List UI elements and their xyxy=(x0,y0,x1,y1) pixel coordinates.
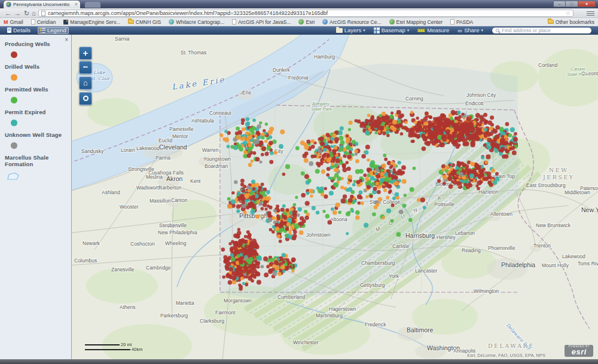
title-bar: Pennsylvania Unconventio × – □ × xyxy=(0,0,598,8)
search-input[interactable] xyxy=(502,27,588,33)
bookmark-item[interactable]: Ceridian xyxy=(31,19,56,25)
zoom-out-button[interactable]: − xyxy=(79,61,92,74)
forward-icon[interactable]: → xyxy=(14,9,21,17)
minimize-button[interactable]: – xyxy=(553,1,566,7)
bookmarks-list: MGmailCeridianManageEngine Serv...CMNH G… xyxy=(4,19,481,25)
back-icon[interactable]: ← xyxy=(5,9,11,17)
legend-section-title: Permitted Wells xyxy=(5,86,71,93)
window-bottom-edge xyxy=(0,359,598,364)
panel-close-icon[interactable]: × xyxy=(65,37,68,43)
bookmark-item[interactable]: Esri xyxy=(298,19,315,25)
app-icon xyxy=(63,20,68,25)
browser-window: Pennsylvania Unconventio × – □ × ← → ↻ ⌂… xyxy=(0,0,598,364)
measure-label: Measure xyxy=(427,27,449,33)
bookmark-item[interactable]: CMNH GIS xyxy=(128,19,161,25)
basemap-label: Basemap xyxy=(382,27,405,33)
gmail-icon: M xyxy=(4,19,8,25)
basemap-button[interactable]: Basemap ▾ xyxy=(374,27,410,33)
bookmark-item[interactable]: ArcGIS Resource Ce... xyxy=(322,19,381,25)
bookmark-item[interactable]: ManageEngine Serv... xyxy=(63,19,120,25)
legend-swatch-dot xyxy=(11,74,17,81)
bookmark-label: Esri xyxy=(306,19,315,25)
bookmark-label: ArcGIS Resource Ce... xyxy=(329,19,381,25)
legend-section-title: Marcellus Shale Formation xyxy=(5,154,71,167)
locate-button[interactable] xyxy=(79,92,92,105)
legend-section: Permitted Wells xyxy=(0,86,71,103)
tab-close-icon[interactable]: × xyxy=(75,2,78,7)
new-tab-button[interactable] xyxy=(85,2,100,8)
map-viewport[interactable]: Lake ErieLakeSt. ClairDelaware BaySarnia… xyxy=(72,35,598,359)
legend-section: Producing Wells xyxy=(0,41,71,58)
bookmark-item[interactable]: MGmail xyxy=(4,19,23,25)
close-button[interactable]: × xyxy=(578,1,596,7)
tab-title: Pennsylvania Unconventio xyxy=(13,2,73,7)
bookmark-label: CMNH GIS xyxy=(136,19,161,25)
share-button[interactable]: ∞ Share ▾ xyxy=(457,27,483,33)
map-attribution: Esri, DeLorme, FAO, USGS, EPA, NPS xyxy=(467,353,545,358)
bookmark-label: Gmail xyxy=(10,19,23,25)
search-box[interactable] xyxy=(492,27,592,34)
layers-button[interactable]: Layers ▾ xyxy=(336,27,365,33)
zoom-in-button[interactable]: + xyxy=(79,47,92,60)
scale-bar-mi xyxy=(85,344,120,345)
page-icon xyxy=(41,11,45,16)
legend-swatch-dot xyxy=(11,120,17,126)
home-extent-button[interactable]: ⌂ xyxy=(79,77,92,90)
address-bar[interactable]: carnegiemnh.maps.arcgis.com/apps/OnePane… xyxy=(38,10,573,17)
share-icon: ∞ xyxy=(457,27,462,33)
other-bookmarks-button[interactable]: Other bookmarks xyxy=(548,19,594,25)
wells-layer[interactable] xyxy=(72,35,598,359)
chevron-down-icon: ▾ xyxy=(407,28,410,33)
basemap-icon xyxy=(374,27,380,33)
bookmark-item[interactable]: PASDA xyxy=(450,19,473,25)
page-icon xyxy=(31,19,35,25)
chevron-down-icon: ▾ xyxy=(481,28,483,33)
legend-section: Permit Expired xyxy=(0,109,71,126)
app-toolbar: Details Legend Layers ▾ Basemap ▾ Measur… xyxy=(0,26,598,35)
bookmark-label: Ceridian xyxy=(37,19,56,25)
details-button[interactable]: Details xyxy=(5,27,33,34)
scale-bar: 20 mi 40km xyxy=(85,342,142,352)
tab-favicon-icon xyxy=(6,2,11,7)
bookmark-label: Whitacre Cartograp... xyxy=(176,19,224,25)
maximize-button[interactable]: □ xyxy=(566,1,578,7)
bookmarks-bar: MGmailCeridianManageEngine Serv...CMNH G… xyxy=(0,18,598,26)
browser-tab[interactable]: Pennsylvania Unconventio × xyxy=(4,1,80,8)
bookmark-label: ArcGIS API for JavaS... xyxy=(238,19,291,25)
legend-swatch-dot xyxy=(11,97,17,103)
bookmark-label: PASDA xyxy=(456,19,473,25)
scale-bar-km xyxy=(85,349,130,350)
folder-icon xyxy=(128,20,134,24)
other-bookmarks-label: Other bookmarks xyxy=(556,19,594,25)
globe-t-icon xyxy=(169,19,174,25)
legend-section: Drilled Wells xyxy=(0,63,71,81)
home-icon[interactable]: ⌂ xyxy=(32,9,36,17)
layers-label: Layers xyxy=(344,27,362,33)
folder-icon xyxy=(548,20,554,24)
legend-panel: × Producing WellsDrilled WellsPermitted … xyxy=(0,35,72,359)
legend-label: Legend xyxy=(47,27,66,33)
legend-button[interactable]: Legend xyxy=(38,27,69,34)
page-icon xyxy=(450,19,454,25)
details-icon xyxy=(7,27,11,33)
esri-logo: powered by esri xyxy=(565,345,593,357)
legend-section-title: Producing Wells xyxy=(5,41,71,47)
bookmark-item[interactable]: ArcGIS API for JavaS... xyxy=(232,19,291,25)
menu-icon[interactable] xyxy=(587,11,594,16)
legend-swatch-dot xyxy=(11,142,17,149)
search-icon xyxy=(496,29,499,32)
legend-section-title: Drilled Wells xyxy=(5,63,71,70)
measure-button[interactable]: Measure xyxy=(417,27,449,33)
legend-section-title: Unknown Well Stage xyxy=(5,131,71,138)
measure-icon xyxy=(417,29,425,32)
scale-km-label: 40km xyxy=(132,347,142,352)
legend-section: Unknown Well Stage xyxy=(0,131,71,149)
bookmark-item[interactable]: Whitacre Cartograp... xyxy=(169,19,224,25)
legend-sections: Producing WellsDrilled WellsPermitted We… xyxy=(0,41,71,181)
reload-icon[interactable]: ↻ xyxy=(24,9,29,17)
bookmark-star-icon[interactable]: ☆ xyxy=(566,10,570,16)
url-text[interactable]: carnegiemnh.maps.arcgis.com/apps/OnePane… xyxy=(48,10,566,16)
browser-toolbar: ← → ↻ ⌂ carnegiemnh.maps.arcgis.com/apps… xyxy=(0,8,598,18)
legend-icon xyxy=(40,27,45,33)
bookmark-item[interactable]: Esri Mapping Center xyxy=(389,19,443,25)
